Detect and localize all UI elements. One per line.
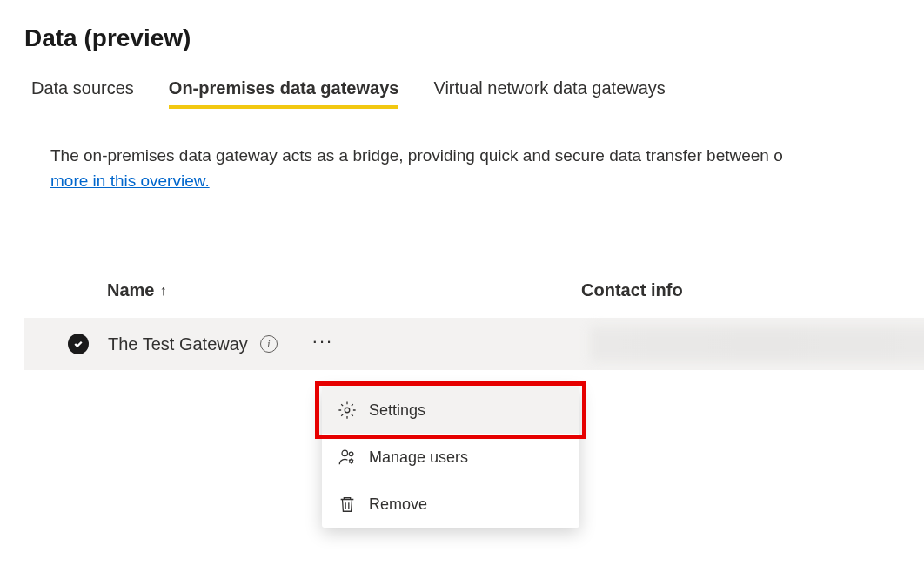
contact-info-redacted (590, 327, 924, 361)
table-header: Name ↑ Contact info (24, 280, 924, 318)
tab-data-sources[interactable]: Data sources (31, 78, 134, 109)
tab-on-premises-gateways[interactable]: On-premises data gateways (169, 78, 399, 109)
page-title: Data (preview) (24, 24, 924, 52)
column-header-name[interactable]: Name ↑ (107, 280, 581, 300)
tabs-container: Data sources On-premises data gateways V… (24, 78, 924, 109)
gateway-name: The Test Gateway (108, 334, 248, 354)
sort-ascending-icon: ↑ (159, 283, 166, 299)
more-options-icon[interactable]: ··· (312, 332, 333, 351)
info-icon[interactable]: i (260, 335, 278, 353)
tab-virtual-network-gateways[interactable]: Virtual network data gateways (433, 78, 665, 109)
tab-description: The on-premises data gateway acts as a b… (24, 144, 924, 193)
row-select-checkmark-icon[interactable] (68, 334, 89, 354)
column-name-label: Name (107, 280, 154, 300)
column-header-contact[interactable]: Contact info (581, 280, 924, 300)
table-row[interactable]: The Test Gateway i ··· (24, 318, 924, 370)
description-text: The on-premises data gateway acts as a b… (50, 146, 783, 165)
description-link[interactable]: more in this overview. (50, 172, 210, 190)
